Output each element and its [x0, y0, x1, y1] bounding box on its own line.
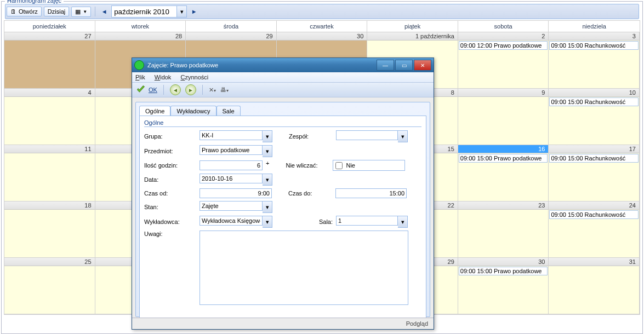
main-toolbar: 🗓 Otwórz Dzisiaj ▦ ▼ ◄ ▾ ► — [5, 4, 639, 19]
chevron-down-icon[interactable]: ▾ — [263, 145, 272, 157]
calendar-cell[interactable]: 309:00 15:00 Rachunkowość — [549, 32, 640, 89]
back-button[interactable]: ◄ — [170, 84, 181, 95]
label-hours: Ilość godzin: — [144, 162, 196, 169]
chevron-down-icon[interactable]: ▾ — [177, 5, 187, 18]
calendar-event[interactable]: 09:00 15:00 Prawo podatkowe — [459, 267, 548, 275]
calendar-event[interactable]: 09:00 15:00 Rachunkowość — [549, 41, 639, 50]
label-notes: Uwagi: — [144, 231, 196, 237]
status-text: Podgląd — [406, 320, 428, 327]
check-icon — [135, 84, 146, 95]
tools-icon[interactable]: ✕▾ — [209, 87, 216, 94]
weekday-header-cell: piątek — [367, 21, 458, 32]
calendar-cell[interactable]: 31 — [549, 258, 640, 314]
lecturer-field[interactable] — [200, 216, 263, 226]
calendar-cell[interactable]: 209:00 12:00 Prawo podatkowe — [458, 32, 549, 89]
calendar-event[interactable]: 09:00 15:00 Rachunkowość — [549, 97, 639, 106]
notes-field[interactable] — [200, 231, 408, 305]
month-input[interactable] — [111, 5, 177, 18]
subject-field[interactable] — [200, 145, 263, 155]
team-field[interactable] — [336, 130, 398, 140]
calendar-cell[interactable]: 9 — [458, 89, 549, 145]
calendar-event[interactable]: 09:00 12:00 Prawo podatkowe — [459, 41, 548, 50]
menu-actions[interactable]: Czynności — [180, 74, 208, 80]
day-number: 25 — [4, 258, 95, 266]
calendar-event[interactable]: 09:00 15:00 Prawo podatkowe — [459, 154, 548, 163]
state-field[interactable] — [200, 201, 263, 211]
chevron-down-icon[interactable]: ▾ — [398, 130, 408, 142]
day-number: 2 — [458, 32, 549, 41]
tab-rooms[interactable]: Sale — [216, 106, 241, 116]
open-button[interactable]: 🗓 Otwórz — [7, 7, 42, 16]
prev-month-button[interactable]: ◄ — [99, 7, 109, 16]
day-number: 4 — [4, 89, 95, 97]
panel-title: Harmonogram zajęć — [5, 0, 64, 4]
label-date: Data: — [144, 176, 196, 183]
weekday-header-cell: środa — [186, 21, 277, 32]
day-number: 29 — [186, 32, 276, 41]
forward-button[interactable]: ► — [185, 84, 196, 95]
calendar-cell[interactable]: 3009:00 15:00 Prawo podatkowe — [458, 258, 549, 314]
weekday-header-cell: sobota — [458, 21, 549, 32]
chevron-down-icon[interactable]: ▾ — [398, 216, 408, 228]
calendar-cell[interactable]: 23 — [458, 201, 549, 258]
maximize-button[interactable]: ▭ — [395, 60, 413, 71]
chevron-down-icon[interactable]: ▾ — [263, 216, 272, 228]
calendar-cell[interactable]: 25 — [4, 258, 95, 314]
calendar-cell[interactable]: 11 — [4, 145, 95, 201]
dialog-title: Zajęcie: Prawo podatkowe — [147, 62, 218, 68]
tabs: Ogólne Wykładowcy Sale — [139, 106, 426, 116]
room-field[interactable] — [336, 216, 398, 226]
section-label: Ogólne — [144, 119, 421, 127]
day-number: 3 — [549, 32, 639, 41]
hours-spinner[interactable]: + — [266, 160, 269, 171]
exclude-checkbox[interactable] — [335, 162, 343, 169]
exclude-text: Nie — [346, 162, 355, 169]
month-picker[interactable]: ▾ — [111, 5, 187, 18]
day-number: 23 — [458, 201, 549, 210]
day-number: 24 — [549, 201, 639, 210]
day-number: 16 — [458, 145, 549, 153]
app-icon — [134, 60, 144, 70]
calendar-cell[interactable]: 1609:00 15:00 Prawo podatkowe — [458, 145, 549, 201]
calendar-cell[interactable]: 27 — [4, 32, 95, 89]
view-button[interactable]: ▦ ▼ — [71, 7, 91, 17]
calendar-cell[interactable]: 1709:00 15:00 Rachunkowość — [549, 145, 640, 201]
close-button[interactable]: ✕ — [414, 60, 431, 71]
day-number: 30 — [277, 32, 367, 41]
tab-lecturers[interactable]: Wykładowcy — [170, 106, 216, 116]
tab-general[interactable]: Ogólne — [139, 106, 170, 116]
dialog-toolbar: OK ◄ ► ✕▾ 🖶▾ — [132, 83, 434, 97]
calendar-cell[interactable]: 1009:00 15:00 Rachunkowość — [549, 89, 640, 145]
minimize-button[interactable]: — — [377, 60, 394, 71]
group-field[interactable] — [200, 130, 263, 140]
day-number: 30 — [458, 258, 549, 266]
print-icon[interactable]: 🖶▾ — [220, 87, 229, 93]
day-number: 9 — [458, 89, 549, 97]
chevron-down-icon[interactable]: ▾ — [263, 201, 272, 213]
grid-icon: ▦ — [75, 8, 81, 15]
label-state: Stan: — [144, 204, 196, 210]
ok-button[interactable]: OK — [135, 84, 157, 95]
label-room: Sala: — [289, 218, 333, 225]
time-from-field[interactable] — [200, 188, 272, 198]
hours-field[interactable] — [200, 160, 263, 170]
calendar-cell[interactable]: 4 — [4, 89, 95, 145]
day-number: 27 — [4, 32, 95, 41]
day-number: 10 — [549, 89, 639, 97]
calendar-event[interactable]: 09:00 15:00 Rachunkowość — [549, 210, 639, 219]
calendar-event[interactable]: 09:00 15:00 Rachunkowość — [549, 154, 639, 163]
calendar-cell[interactable]: 18 — [4, 201, 95, 258]
day-number: 1 października — [367, 32, 458, 41]
calendar-cell[interactable]: 2409:00 15:00 Rachunkowość — [549, 201, 640, 258]
menu-file[interactable]: Plik — [135, 74, 145, 80]
menu-view[interactable]: Widok — [155, 74, 172, 80]
today-button[interactable]: Dzisiaj — [44, 7, 69, 16]
chevron-down-icon[interactable]: ▾ — [263, 174, 272, 186]
next-month-button[interactable]: ► — [189, 7, 199, 16]
label-team: Zespół: — [289, 133, 333, 140]
date-field[interactable] — [200, 174, 263, 183]
tab-panel-general: Ogólne Grupa: ▾ Zespół: ▾ Przedmiot: ▾ I… — [139, 116, 426, 320]
titlebar[interactable]: Zajęcie: Prawo podatkowe — ▭ ✕ — [132, 58, 434, 72]
time-to-field[interactable] — [335, 188, 407, 198]
chevron-down-icon[interactable]: ▾ — [263, 130, 272, 142]
